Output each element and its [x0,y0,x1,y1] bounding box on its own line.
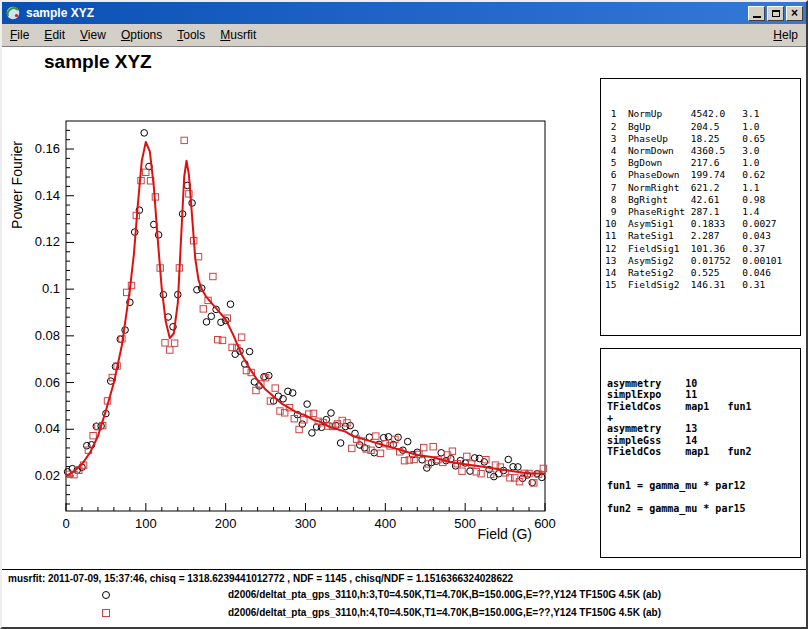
data-point-square [181,137,187,143]
data-point-circle [309,430,316,437]
data-point-square [162,340,168,346]
close-icon: × [791,7,798,19]
data-point-square [272,385,278,391]
data-point-square [421,444,427,450]
theory-line [607,458,800,469]
parameter-row: 2 BgUp 204.5 1.0 [605,121,800,133]
x-tick-label: 300 [295,516,317,531]
data-point-circle [328,410,335,417]
theory-line [607,492,800,503]
root-canvas[interactable]: sample XYZ 01002003004005006000.020.040.… [2,47,806,627]
data-point-square [473,469,479,475]
menubar: File Edit View Options Tools Musrfit Hel… [2,24,806,47]
window-buttons: × [748,6,803,21]
menu-options[interactable]: Options [121,28,162,42]
x-tick-label: 100 [135,516,157,531]
legend-label: d2006/deltat_pta_gps_3110,h:3,T0=4.50K,T… [228,589,661,600]
titlebar[interactable]: sample XYZ × [2,2,806,24]
theory-line: simplExpo 11 [607,389,800,400]
data-point-circle [404,438,411,445]
data-point-circle [203,319,210,326]
footer-separator [2,569,806,570]
parameter-row: 11 RateSig1 2.287 0.043 [605,230,800,242]
y-tick-label: 0.12 [35,234,60,249]
series-square [66,137,547,486]
data-point-square [238,334,244,340]
theory-lines: asymmetry 10simplExpo 11TFieldCos map1 f… [607,378,800,515]
theory-line: fun2 = gamma_mu * par15 [607,503,800,514]
x-axis-title: Field (G) [478,526,532,542]
data-point-square [512,475,518,481]
data-point-circle [141,130,148,137]
data-point-circle [84,442,91,449]
data-point-square [200,306,206,312]
data-point-square [483,457,489,463]
y-tick-label: 0.06 [35,375,60,390]
menu-tools[interactable]: Tools [177,28,205,42]
data-point-square [377,450,383,456]
y-tick-label: 0.02 [35,468,60,483]
minimize-icon [753,16,761,18]
maximize-button[interactable] [767,6,784,21]
data-point-circle [467,468,474,475]
menu-musrfit[interactable]: Musrfit [220,28,256,42]
parameter-row: 7 NormRight 621.2 1.1 [605,182,800,194]
fit-status-line: musrfit: 2011-07-09, 15:37:46, chisq = 1… [8,573,513,584]
theory-line: simpleGss 14 [607,435,800,446]
legend-square-marker-icon [102,609,110,617]
data-point-circle [495,470,502,477]
data-point-square [430,444,436,450]
menu-file[interactable]: File [10,28,29,42]
data-point-square [492,462,498,468]
data-point-square [171,340,177,346]
data-point-circle [424,465,431,472]
data-point-square [253,387,259,393]
theory-line: asymmetry 13 [607,423,800,434]
legend-row: d2006/deltat_pta_gps_3110,h:3,T0=4.50K,T… [2,587,806,603]
legend-label: d2006/deltat_pta_gps_3110,h:4,T0=4.50K,T… [228,607,661,618]
theory-line: fun1 = gamma_mu * par12 [607,480,800,491]
data-point-circle [438,450,445,457]
theory-line [607,469,800,480]
data-point-circle [515,464,522,471]
data-point-circle [481,459,488,466]
x-tick-label: 600 [534,516,556,531]
data-point-square [373,433,379,439]
plot-svg[interactable]: 01002003004005006000.020.040.060.080.10.… [2,47,598,567]
data-point-square [349,445,355,451]
minimize-button[interactable] [748,6,765,21]
data-point-square [90,433,96,439]
y-tick-label: 0.1 [42,281,60,296]
menu-edit[interactable]: Edit [44,28,65,42]
parameter-list: 1 NormUp 4542.0 3.1 2 BgUp 204.5 1.0 3 P… [605,108,800,291]
theory-line: TFieldCos map1 fun1 [607,401,800,412]
theory-line: asymmetry 10 [607,378,800,389]
y-axis-title: Power Fourier [9,141,25,229]
data-point-circle [304,401,311,408]
theory-pave: asymmetry 10simplExpo 11TFieldCos map1 f… [600,348,801,558]
series-circle [64,130,545,486]
parameter-row: 1 NormUp 4542.0 3.1 [605,108,800,120]
data-point-square [449,448,455,454]
data-point-circle [476,455,483,462]
data-point-circle [529,479,536,486]
data-point-square [210,273,216,279]
parameter-row: 12 FieldSig1 101.36 0.37 [605,243,800,255]
close-button[interactable]: × [786,6,803,21]
parameter-row: 9 PhaseRight 287.1 1.4 [605,206,800,218]
data-point-square [459,468,465,474]
parameter-pave: 1 NormUp 4542.0 3.1 2 BgUp 204.5 1.0 3 P… [600,78,801,336]
data-point-square [464,453,470,459]
menu-help[interactable]: Help [773,28,798,42]
data-point-circle [232,351,239,358]
data-point-circle [208,313,215,320]
data-point-square [478,471,484,477]
parameter-row: 5 BgDown 217.6 1.0 [605,157,800,169]
menu-view[interactable]: View [80,28,106,42]
data-point-square [167,347,173,353]
data-point-circle [505,456,512,463]
parameter-row: 6 PhaseDown 199.74 0.62 [605,169,800,181]
data-point-circle [246,348,253,355]
x-tick-label: 500 [454,516,476,531]
y-tick-label: 0.14 [35,188,60,203]
